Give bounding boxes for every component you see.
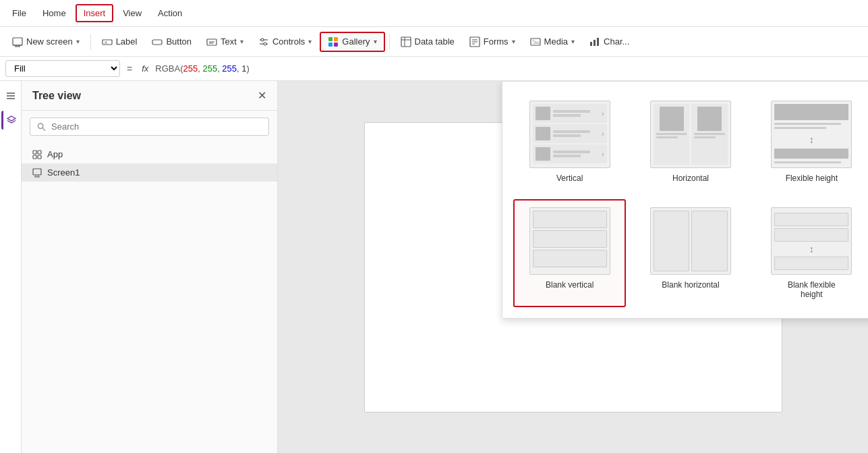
gallery-button[interactable]: Gallery ▾ bbox=[320, 32, 384, 52]
gallery-thumb-blank-vertical bbox=[529, 207, 610, 275]
new-screen-button[interactable]: New screen ▾ bbox=[5, 33, 86, 51]
gallery-item-vertical[interactable]: › › bbox=[513, 92, 626, 191]
gallery-item-horizontal[interactable]: Horizontal bbox=[634, 92, 747, 191]
gallery-thumb-horizontal bbox=[650, 101, 731, 168]
text-button[interactable]: Text ▾ bbox=[200, 33, 250, 51]
gallery-thumb-blank-flexible: ↕ bbox=[771, 207, 852, 275]
svg-rect-36 bbox=[33, 151, 36, 154]
layers-icon[interactable] bbox=[1, 111, 20, 130]
media-icon bbox=[530, 36, 541, 47]
svg-rect-18 bbox=[334, 43, 338, 47]
gallery-grid: › › bbox=[513, 92, 868, 307]
button-icon bbox=[152, 36, 163, 47]
forms-chevron: ▾ bbox=[512, 38, 515, 45]
svg-rect-30 bbox=[597, 38, 599, 46]
search-input[interactable] bbox=[51, 122, 262, 132]
charts-button[interactable]: Char... bbox=[583, 33, 636, 51]
forms-icon bbox=[469, 36, 480, 47]
svg-rect-39 bbox=[38, 155, 41, 159]
svg-point-12 bbox=[261, 38, 264, 41]
gallery-label-flexible: Flexible height bbox=[786, 174, 838, 183]
svg-rect-7 bbox=[152, 40, 162, 45]
text-chevron: ▾ bbox=[240, 38, 243, 45]
tree-title: Tree view bbox=[32, 90, 81, 102]
sep2 bbox=[389, 34, 390, 50]
controls-chevron: ▾ bbox=[308, 38, 312, 45]
menu-insert[interactable]: Insert bbox=[76, 4, 114, 22]
svg-point-27 bbox=[532, 39, 534, 41]
svg-rect-37 bbox=[38, 151, 41, 154]
formula-bar: Fill = fx RGBA(255, 255, 255, 1) bbox=[0, 57, 868, 81]
data-table-button[interactable]: Data table bbox=[394, 33, 461, 51]
svg-point-34 bbox=[38, 123, 42, 128]
tree-close-button[interactable]: ✕ bbox=[258, 89, 266, 102]
media-button[interactable]: Media ▾ bbox=[523, 33, 581, 51]
controls-icon bbox=[258, 36, 269, 47]
sep1 bbox=[90, 34, 91, 50]
gallery-label-blank-vertical: Blank vertical bbox=[546, 280, 594, 290]
formula-value: RGBA(255, 255, 255, 1) bbox=[155, 63, 250, 74]
equals-sign: = bbox=[124, 63, 135, 74]
gallery-item-blank-flexible[interactable]: ↕ Blank flexibleheight bbox=[755, 199, 868, 307]
toolbar: New screen ▾ A Label Button Text ▾ bbox=[0, 27, 868, 57]
gallery-label-horizontal: Horizontal bbox=[672, 174, 709, 183]
svg-rect-29 bbox=[594, 40, 596, 46]
button-button[interactable]: Button bbox=[145, 33, 198, 51]
menu-action[interactable]: Action bbox=[151, 5, 189, 21]
gallery-thumb-flexible: ↕ bbox=[771, 101, 852, 168]
gallery-label-vertical: Vertical bbox=[556, 174, 583, 183]
hamburger-icon[interactable] bbox=[1, 86, 20, 105]
svg-rect-38 bbox=[33, 155, 36, 159]
tree-item-screen1[interactable]: Screen1 bbox=[22, 163, 277, 182]
app-icon bbox=[32, 150, 42, 159]
menu-home[interactable]: Home bbox=[36, 5, 73, 21]
gallery-item-blank-horizontal[interactable]: Blank horizontal bbox=[634, 199, 747, 307]
svg-rect-40 bbox=[33, 169, 41, 175]
menu-view[interactable]: View bbox=[116, 5, 148, 21]
label-icon: A bbox=[102, 36, 113, 47]
text-icon bbox=[206, 36, 217, 47]
svg-line-35 bbox=[42, 128, 45, 130]
tree-items: App Screen1 bbox=[22, 142, 277, 184]
tree-search-box[interactable] bbox=[30, 117, 269, 136]
svg-rect-0 bbox=[13, 38, 22, 45]
canvas-area: › › bbox=[278, 81, 868, 453]
forms-button[interactable]: Forms ▾ bbox=[463, 33, 522, 51]
svg-rect-17 bbox=[328, 43, 332, 47]
fx-indicator: fx bbox=[139, 63, 151, 74]
tree-panel: Tree view ✕ App bbox=[22, 81, 278, 453]
screen-icon bbox=[32, 168, 42, 178]
data-table-icon bbox=[401, 36, 411, 47]
gallery-icon bbox=[328, 36, 339, 47]
tree-item-app[interactable]: App bbox=[22, 145, 277, 163]
gallery-thumb-vertical: › › bbox=[529, 101, 610, 168]
search-icon bbox=[37, 122, 46, 132]
tree-header: Tree view ✕ bbox=[22, 81, 277, 111]
svg-rect-15 bbox=[328, 37, 332, 41]
gallery-item-blank-vertical[interactable]: Blank vertical bbox=[513, 199, 626, 307]
svg-rect-16 bbox=[334, 37, 338, 41]
media-chevron: ▾ bbox=[571, 38, 575, 45]
gallery-label-blank-horizontal: Blank horizontal bbox=[662, 280, 719, 290]
gallery-chevron: ▾ bbox=[374, 38, 377, 45]
controls-button[interactable]: Controls ▾ bbox=[252, 33, 318, 51]
gallery-dropdown: › › bbox=[502, 81, 868, 319]
gallery-thumb-blank-horizontal bbox=[650, 207, 731, 275]
gallery-label-blank-flexible: Blank flexibleheight bbox=[788, 280, 836, 299]
svg-text:A: A bbox=[105, 41, 107, 45]
gallery-item-flexible[interactable]: ↕ Flexible height bbox=[755, 92, 868, 191]
main-area: Tree view ✕ App bbox=[0, 81, 868, 453]
menu-file[interactable]: File bbox=[5, 5, 33, 21]
new-screen-chevron: ▾ bbox=[76, 38, 80, 45]
property-select[interactable]: Fill bbox=[5, 60, 120, 77]
svg-rect-28 bbox=[590, 42, 592, 46]
charts-icon bbox=[589, 36, 600, 47]
svg-rect-19 bbox=[401, 37, 411, 47]
menu-bar: File Home Insert View Action bbox=[0, 0, 868, 27]
side-icons bbox=[0, 81, 22, 453]
new-screen-icon bbox=[12, 36, 23, 47]
label-button[interactable]: A Label bbox=[95, 33, 144, 51]
svg-point-14 bbox=[264, 43, 266, 45]
